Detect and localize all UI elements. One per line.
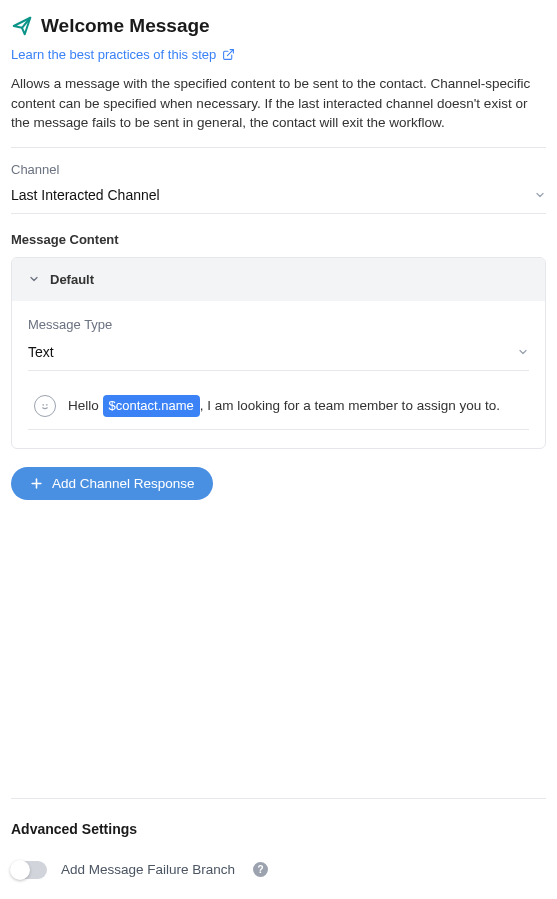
message-type-label: Message Type [28,317,529,332]
channel-label: Channel [11,162,546,177]
advanced-settings-title: Advanced Settings [11,821,546,837]
message-text: Hello $contact.name, I am looking for a … [68,395,500,417]
failure-branch-toggle[interactable] [11,861,47,879]
message-content-label: Message Content [11,232,546,247]
variable-chip[interactable]: $contact.name [103,395,200,417]
chevron-down-icon [517,346,529,358]
failure-branch-row: Add Message Failure Branch ? [11,861,546,879]
divider [11,798,546,799]
svg-point-1 [43,404,44,405]
emoji-picker-button[interactable] [34,395,56,417]
message-input-row[interactable]: Hello $contact.name, I am looking for a … [28,385,529,430]
default-card-title: Default [50,272,94,287]
spacer [11,500,546,798]
add-channel-response-button[interactable]: Add Channel Response [11,467,213,500]
message-suffix: , I am looking for a team member to assi… [200,398,500,413]
page-header: Welcome Message [11,11,546,37]
default-card: Default Message Type Text Hello $contact… [11,257,546,449]
learn-link-text: Learn the best practices of this step [11,47,216,62]
message-type-value: Text [28,344,54,360]
chevron-down-icon [28,273,40,285]
default-card-body: Message Type Text Hello $contact.name, I… [12,301,545,448]
help-icon[interactable]: ? [253,862,268,877]
message-type-select[interactable]: Text [28,338,529,371]
default-card-header[interactable]: Default [12,258,545,301]
channel-value: Last Interacted Channel [11,187,160,203]
svg-point-2 [46,404,47,405]
chevron-down-icon [534,189,546,201]
learn-link[interactable]: Learn the best practices of this step [11,47,235,62]
channel-select[interactable]: Last Interacted Channel [11,183,546,214]
smile-icon [38,399,52,413]
svg-line-0 [228,50,234,56]
toggle-knob [10,860,30,880]
external-link-icon [222,48,235,61]
send-icon [11,15,33,37]
plus-icon [29,476,44,491]
add-channel-response-label: Add Channel Response [52,476,195,491]
failure-branch-label: Add Message Failure Branch [61,862,235,877]
step-description: Allows a message with the specified cont… [11,74,546,148]
message-prefix: Hello [68,398,103,413]
page-title: Welcome Message [41,15,210,37]
